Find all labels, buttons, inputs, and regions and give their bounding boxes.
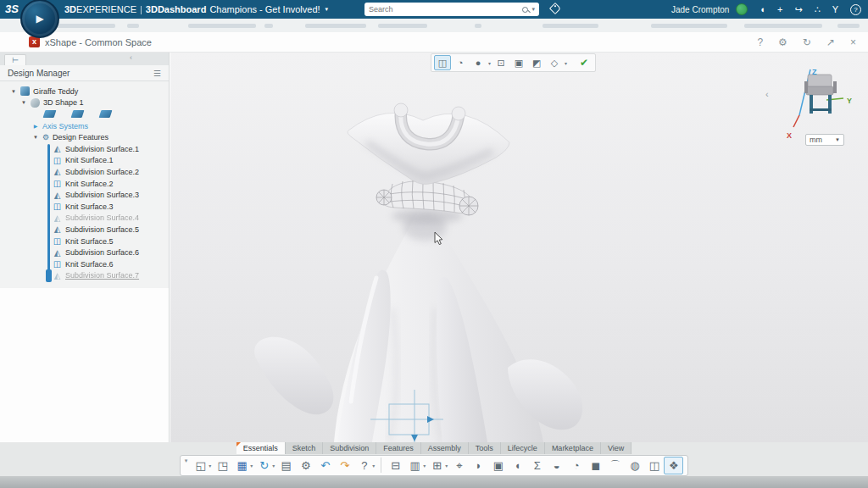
- collaborate-icon[interactable]: ∴: [815, 5, 821, 14]
- chevron-down-icon[interactable]: ▾: [372, 463, 375, 469]
- tree-item-axis-systems[interactable]: ▶ Axis Systems: [0, 120, 169, 132]
- tree-item-knit-surface-6[interactable]: ◫Knit Surface.6: [0, 258, 169, 270]
- expander-icon[interactable]: ▼: [10, 89, 17, 94]
- tree-item-design-features[interactable]: ▼ ⚙ Design Features: [0, 131, 169, 143]
- tree-item-root[interactable]: ▼ Giraffe Teddy: [0, 86, 169, 97]
- tree-item-knit-surface-5[interactable]: ◫Knit Surface.5: [0, 236, 169, 247]
- tab-subdivision[interactable]: Subdivision: [323, 442, 376, 454]
- teddy-head[interactable]: [348, 103, 509, 184]
- zx-plane-icon[interactable]: [99, 110, 113, 118]
- tree-item-knit-surface-2[interactable]: ◫Knit Surface.2: [0, 178, 169, 190]
- gear-icon[interactable]: ⚙: [778, 37, 787, 47]
- share-icon[interactable]: ↪: [794, 5, 802, 14]
- left-horn[interactable]: [394, 103, 408, 117]
- material-tool-icon[interactable]: ●: [470, 55, 487, 70]
- collapse-tray-icon[interactable]: ▾: [185, 458, 188, 464]
- fill-surface-icon[interactable]: ◒: [547, 457, 566, 474]
- search-icon[interactable]: [522, 7, 528, 13]
- tab-sketch[interactable]: Sketch: [286, 442, 324, 454]
- validate-icon[interactable]: ✔: [576, 55, 593, 70]
- tag-icon[interactable]: [549, 3, 561, 14]
- work-support-icon[interactable]: ⊟: [386, 457, 405, 474]
- avatar[interactable]: [736, 3, 748, 15]
- expander-icon[interactable]: ▼: [20, 100, 27, 105]
- revolve-surface-icon[interactable]: ◖: [508, 457, 527, 474]
- datum-icon[interactable]: ⌖: [449, 457, 469, 474]
- teddy-left-arm[interactable]: [254, 337, 333, 414]
- patch-surface-icon[interactable]: ▣: [488, 457, 508, 474]
- knit-surface-tool-icon[interactable]: ◫: [434, 55, 451, 70]
- help-icon[interactable]: ?: [354, 457, 374, 474]
- tab-marketplace[interactable]: Marketplace: [545, 442, 601, 454]
- 3dexperience-compass[interactable]: ▶: [20, 0, 59, 38]
- breadcrumb[interactable]: 3DEXPERIENCE | 3DDashboard Champions - G…: [64, 4, 328, 14]
- tree-item-subdivision-surface-4[interactable]: ◭Subdivision Surface.4: [0, 213, 169, 225]
- save-icon[interactable]: ▦: [232, 457, 252, 474]
- snapshot-tool-icon[interactable]: ⊡: [492, 55, 509, 70]
- global-search[interactable]: ▾: [364, 3, 539, 16]
- tree-item-knit-surface-1[interactable]: ◫Knit Surface.1: [0, 155, 169, 167]
- chevron-down-icon[interactable]: ▾: [250, 463, 253, 469]
- expander-icon[interactable]: ▶: [32, 123, 39, 129]
- tab-view[interactable]: View: [601, 442, 632, 454]
- solid-primitive-icon[interactable]: ◼: [586, 457, 605, 474]
- sphere-surface-icon[interactable]: ◔: [566, 457, 586, 474]
- tab-features[interactable]: Features: [376, 442, 421, 454]
- frame-tool-icon[interactable]: ▣: [510, 55, 527, 70]
- import-icon[interactable]: ◳: [213, 457, 232, 474]
- yz-plane-icon[interactable]: [71, 110, 85, 118]
- chevron-down-icon[interactable]: ▾: [272, 463, 275, 469]
- tree-item-subdivision-surface-7[interactable]: ◭Subdivision Surface.7: [0, 270, 169, 282]
- options-gear-icon[interactable]: ⚙: [296, 457, 315, 474]
- help-icon[interactable]: ?: [850, 4, 861, 15]
- blend-curve-icon[interactable]: ⌒: [605, 457, 625, 474]
- sphere-tool-icon[interactable]: ◔: [452, 55, 469, 70]
- add-content-icon[interactable]: +: [777, 5, 782, 14]
- expander-icon[interactable]: ▼: [32, 135, 39, 140]
- 3d-viewport[interactable]: ◫ ◔ ● ▾ ⊡ ▣ ◩ ◇ ▾ ✔ ‹ Z Y X: [170, 53, 868, 442]
- tab-essentials[interactable]: Essentials: [236, 442, 286, 454]
- chevron-down-icon[interactable]: ▾: [488, 60, 491, 66]
- help-icon[interactable]: ?: [757, 37, 763, 47]
- tab-lifecycle[interactable]: Lifecycle: [501, 442, 545, 454]
- swym-icon[interactable]: Y: [832, 5, 838, 14]
- hamburger-menu-icon[interactable]: ☰: [153, 69, 161, 78]
- tab-assembly[interactable]: Assembly: [421, 442, 469, 454]
- close-icon[interactable]: ×: [850, 37, 856, 47]
- print-icon[interactable]: ▤: [276, 457, 296, 474]
- section-tool-icon[interactable]: ◩: [528, 55, 545, 70]
- collapse-panel-icon[interactable]: ‹: [130, 54, 132, 62]
- tree-item-knit-surface-3[interactable]: ◫Knit Surface.3: [0, 201, 169, 213]
- chevron-down-icon[interactable]: ▾: [326, 6, 329, 13]
- tree-item-subdivision-surface-2[interactable]: ◭Subdivision Surface.2: [0, 166, 169, 178]
- search-input[interactable]: [369, 5, 519, 14]
- new-content-icon[interactable]: ◱: [191, 457, 210, 474]
- search-options-chevron-icon[interactable]: ▾: [531, 6, 535, 13]
- tab-tools[interactable]: Tools: [469, 442, 501, 454]
- redo-icon[interactable]: ↷: [335, 457, 354, 474]
- subdivision-icon[interactable]: ❖: [664, 457, 683, 474]
- split-icon[interactable]: ◍: [625, 457, 644, 474]
- xy-plane-icon[interactable]: [43, 110, 57, 118]
- compass-bubble-icon[interactable]: ◖: [760, 5, 765, 14]
- units-dropdown[interactable]: mm ▼: [805, 134, 844, 146]
- chevron-down-icon[interactable]: ▾: [445, 463, 448, 469]
- loft-surface-icon[interactable]: Σ: [527, 457, 547, 474]
- share-icon[interactable]: ↗: [826, 37, 835, 47]
- right-horn[interactable]: [452, 107, 465, 120]
- tree-item-subdivision-surface-3[interactable]: ◭Subdivision Surface.3: [0, 189, 169, 201]
- chevron-down-icon[interactable]: ▾: [565, 60, 567, 66]
- grid-icon[interactable]: ⊞: [427, 457, 447, 474]
- x-axis[interactable]: [793, 115, 799, 127]
- refresh-icon[interactable]: ↻: [803, 37, 811, 47]
- trim-icon[interactable]: ◫: [644, 457, 664, 474]
- chevron-down-icon[interactable]: ▾: [423, 463, 426, 469]
- update-icon[interactable]: ↻: [254, 457, 274, 474]
- chevron-down-icon[interactable]: ▾: [209, 463, 211, 469]
- tree-item-subdivision-surface-5[interactable]: ◭Subdivision Surface.5: [0, 224, 169, 236]
- tree-item-3d-shape[interactable]: ▼ 3D Shape 1: [0, 97, 169, 109]
- tree-item-subdivision-surface-6[interactable]: ◭Subdivision Surface.6: [0, 247, 169, 258]
- extrude-surface-icon[interactable]: ◗: [469, 457, 488, 474]
- undo-icon[interactable]: ↶: [315, 457, 335, 474]
- view-mode-icon[interactable]: ◇: [546, 55, 563, 70]
